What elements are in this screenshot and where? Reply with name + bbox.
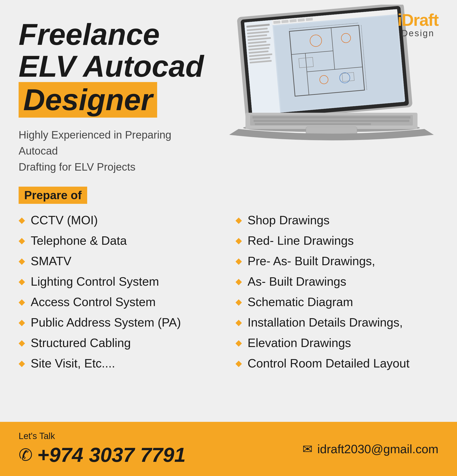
lets-talk-label: Let's Talk [19, 431, 55, 441]
phone-row: ✆ +974 3037 7791 [19, 443, 186, 467]
list-item-right-1: ◆Red- Line Drawings [236, 234, 438, 247]
svg-rect-41 [254, 120, 409, 122]
page-container: iDraft Design [0, 0, 457, 476]
list-column-right: ◆Shop Drawings◆Red- Line Drawings◆Pre- A… [236, 213, 438, 377]
list-item-left-4: ◆Access Control System [19, 295, 221, 309]
list-item-right-0: ◆Shop Drawings [236, 213, 438, 227]
list-item-right-6: ◆Elevation Drawings [236, 336, 438, 350]
description-section: Highly Experienced in Preparing Autocad … [19, 127, 438, 175]
logo-i: i [398, 11, 402, 29]
list-item-left-1: ◆Telephone & Data [19, 234, 221, 247]
bullet-icon: ◆ [19, 236, 25, 245]
description-line1: Highly Experienced in Preparing Autocad [19, 129, 171, 157]
title-line2: ELV Autocad [19, 51, 438, 82]
bullet-icon: ◆ [19, 216, 25, 224]
bullet-icon: ◆ [19, 257, 25, 265]
list-item-left-6: ◆Structured Cabling [19, 336, 221, 350]
bullet-icon: ◆ [236, 257, 242, 265]
list-item-right-3: ◆As- Built Drawings [236, 274, 438, 289]
title-section: Freelance ELV Autocad Designer [19, 19, 438, 118]
footer-right: ✉ idraft2030@gmail.com [302, 442, 438, 456]
description-text: Highly Experienced in Preparing Autocad … [19, 127, 204, 175]
phone-number: +974 3037 7791 [37, 443, 186, 467]
bullet-icon: ◆ [19, 277, 25, 286]
list-item-left-5: ◆Public Address System (PA) [19, 315, 221, 329]
list-item-left-7: ◆Site Visit, Etc.... [19, 356, 221, 370]
bullet-icon: ◆ [236, 277, 242, 286]
list-column-left: ◆CCTV (MOI)◆Telephone & Data◆SMATV◆Light… [19, 213, 221, 377]
logo-rest: Draft [402, 11, 438, 29]
bullet-icon: ◆ [19, 359, 25, 367]
brand-logo: iDraft [398, 12, 438, 28]
bullet-icon: ◆ [236, 298, 242, 306]
prepare-badge: Prepare of [19, 187, 87, 204]
email-text: idraft2030@gmail.com [317, 442, 438, 456]
footer: Let's Talk ✆ +974 3037 7791 ✉ idraft2030… [0, 422, 457, 476]
list-item-left-3: ◆Lighting Control System [19, 274, 221, 289]
list-item-left-2: ◆SMATV [19, 254, 221, 268]
bullet-icon: ◆ [236, 318, 242, 327]
email-icon: ✉ [302, 442, 313, 456]
main-content: iDraft Design [0, 0, 457, 422]
logo-subtitle: Design [398, 28, 438, 38]
bullet-icon: ◆ [19, 318, 25, 327]
description-line2: Drafting for ELV Projects [19, 161, 135, 173]
list-item-right-4: ◆Schematic Diagram [236, 295, 438, 309]
bullet-icon: ◆ [19, 339, 25, 347]
title-line3: Designer [19, 82, 157, 118]
bullet-icon: ◆ [236, 359, 242, 367]
phone-icon: ✆ [19, 445, 33, 465]
list-item-left-0: ◆CCTV (MOI) [19, 213, 221, 227]
prepare-section: Prepare of ◆CCTV (MOI)◆Telephone & Data◆… [19, 187, 438, 377]
bullet-icon: ◆ [236, 236, 242, 245]
bullet-icon: ◆ [19, 298, 25, 306]
list-item-right-7: ◆Control Room Detailed Layout [236, 356, 438, 370]
list-item-right-2: ◆Pre- As- Built Drawings, [236, 254, 438, 268]
bullet-icon: ◆ [236, 339, 242, 347]
title-line1: Freelance [19, 19, 438, 51]
footer-left: Let's Talk ✆ +974 3037 7791 [19, 431, 186, 467]
svg-rect-42 [255, 123, 371, 125]
bullet-icon: ◆ [236, 216, 242, 224]
lists-container: ◆CCTV (MOI)◆Telephone & Data◆SMATV◆Light… [19, 213, 438, 377]
logo-area: iDraft Design [398, 12, 438, 38]
list-item-right-5: ◆Installation Details Drawings, [236, 315, 438, 329]
